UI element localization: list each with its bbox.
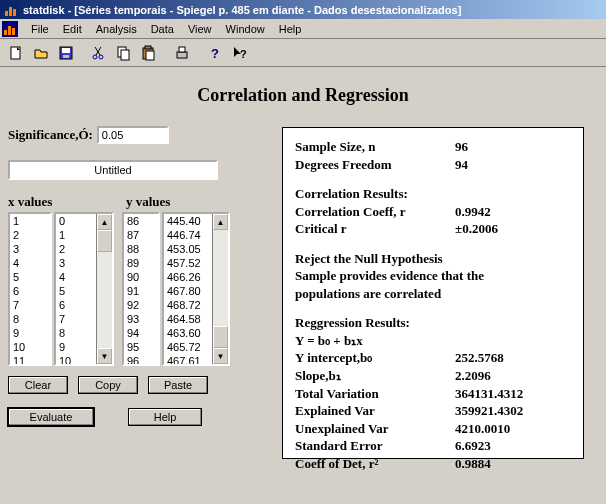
- list-item[interactable]: 87: [124, 228, 158, 242]
- list-item[interactable]: 96: [124, 354, 158, 366]
- list-item[interactable]: 89: [124, 256, 158, 270]
- svg-rect-11: [177, 52, 187, 58]
- svg-rect-9: [146, 51, 154, 60]
- list-item[interactable]: 445.40: [164, 214, 212, 228]
- toolbar: ? ?: [0, 39, 606, 67]
- clear-button[interactable]: Clear: [8, 376, 68, 394]
- list-item[interactable]: 467.80: [164, 284, 212, 298]
- list-item[interactable]: 8: [10, 312, 50, 326]
- menu-edit[interactable]: Edit: [56, 21, 89, 37]
- list-item[interactable]: 466.26: [164, 270, 212, 284]
- print-icon[interactable]: [170, 42, 193, 64]
- whatsthis-icon[interactable]: ?: [228, 42, 251, 64]
- scroll-up-icon[interactable]: ▲: [97, 214, 112, 230]
- list-item[interactable]: 91: [124, 284, 158, 298]
- svg-rect-3: [63, 55, 69, 58]
- list-item[interactable]: 8: [56, 326, 96, 340]
- dataset-name-text: Untitled: [94, 164, 131, 176]
- totvar-value: 364131.4312: [455, 385, 523, 403]
- crit-r-label: Critical r: [295, 220, 455, 238]
- copy-button[interactable]: Copy: [78, 376, 138, 394]
- list-item[interactable]: 95: [124, 340, 158, 354]
- scroll-up-icon[interactable]: ▲: [213, 214, 228, 230]
- df-value: 94: [455, 156, 468, 174]
- df-label: Degrees Freedom: [295, 156, 455, 174]
- menu-view[interactable]: View: [181, 21, 219, 37]
- svg-rect-7: [121, 50, 129, 60]
- list-item[interactable]: 9: [10, 326, 50, 340]
- list-item[interactable]: 7: [10, 298, 50, 312]
- x-values-header: x values: [8, 194, 102, 210]
- evidence-text-1: Sample provides evidence that the: [295, 267, 571, 285]
- scroll-thumb[interactable]: [97, 230, 112, 252]
- list-item[interactable]: 4: [56, 270, 96, 284]
- help-button[interactable]: Help: [128, 408, 202, 426]
- menu-data[interactable]: Data: [144, 21, 181, 37]
- y-index-list[interactable]: 8687888990919293949596: [122, 212, 160, 366]
- new-icon[interactable]: [4, 42, 27, 64]
- significance-input[interactable]: [97, 126, 169, 144]
- list-item[interactable]: 6: [10, 284, 50, 298]
- menu-analysis[interactable]: Analysis: [89, 21, 144, 37]
- list-item[interactable]: 5: [10, 270, 50, 284]
- dataset-name-field[interactable]: Untitled: [8, 160, 218, 180]
- paste-button[interactable]: Paste: [148, 376, 208, 394]
- svg-text:?: ?: [211, 46, 219, 61]
- list-item[interactable]: 465.72: [164, 340, 212, 354]
- list-item[interactable]: 463.60: [164, 326, 212, 340]
- list-item[interactable]: 10: [10, 340, 50, 354]
- expvar-label: Explained Var: [295, 402, 455, 420]
- svg-rect-2: [62, 48, 70, 53]
- list-item[interactable]: 6: [56, 298, 96, 312]
- list-item[interactable]: 0: [56, 214, 96, 228]
- list-item[interactable]: 3: [56, 256, 96, 270]
- y-values-list[interactable]: 445.40446.74453.05457.52466.26467.80468.…: [162, 212, 230, 366]
- menu-help[interactable]: Help: [272, 21, 309, 37]
- list-item[interactable]: 92: [124, 298, 158, 312]
- scroll-thumb[interactable]: [213, 326, 228, 348]
- list-item[interactable]: 3: [10, 242, 50, 256]
- list-item[interactable]: 7: [56, 312, 96, 326]
- list-item[interactable]: 468.72: [164, 298, 212, 312]
- scroll-down-icon[interactable]: ▼: [213, 348, 228, 364]
- paste-icon[interactable]: [137, 42, 160, 64]
- list-item[interactable]: 86: [124, 214, 158, 228]
- cut-icon[interactable]: [87, 42, 110, 64]
- slope-label: Slope,b₁: [295, 367, 455, 385]
- list-item[interactable]: 464.58: [164, 312, 212, 326]
- scroll-down-icon[interactable]: ▼: [97, 348, 112, 364]
- menu-file[interactable]: File: [24, 21, 56, 37]
- coefdet-value: 0.9884: [455, 455, 491, 473]
- list-item[interactable]: 9: [56, 340, 96, 354]
- slope-value: 2.2096: [455, 367, 491, 385]
- help-icon[interactable]: ?: [203, 42, 226, 64]
- list-item[interactable]: 90: [124, 270, 158, 284]
- list-item[interactable]: 11: [10, 354, 50, 366]
- list-item[interactable]: 1: [10, 214, 50, 228]
- list-item[interactable]: 4: [10, 256, 50, 270]
- scrollbar[interactable]: ▲ ▼: [96, 214, 112, 364]
- copy-icon[interactable]: [112, 42, 135, 64]
- list-item[interactable]: 453.05: [164, 242, 212, 256]
- save-icon[interactable]: [54, 42, 77, 64]
- list-item[interactable]: 10: [56, 354, 96, 366]
- scrollbar[interactable]: ▲ ▼: [212, 214, 228, 364]
- app-icon: [3, 2, 19, 18]
- list-item[interactable]: 2: [10, 228, 50, 242]
- list-item[interactable]: 5: [56, 284, 96, 298]
- list-item[interactable]: 457.52: [164, 256, 212, 270]
- menu-window[interactable]: Window: [219, 21, 272, 37]
- list-item[interactable]: 93: [124, 312, 158, 326]
- totvar-label: Total Variation: [295, 385, 455, 403]
- open-icon[interactable]: [29, 42, 52, 64]
- x-values-list[interactable]: 012345678910 ▲ ▼: [54, 212, 114, 366]
- list-item[interactable]: 88: [124, 242, 158, 256]
- list-item[interactable]: 446.74: [164, 228, 212, 242]
- evaluate-button[interactable]: Evaluate: [8, 408, 94, 426]
- list-item[interactable]: 2: [56, 242, 96, 256]
- menubar: File Edit Analysis Data View Window Help: [0, 19, 606, 39]
- x-index-list[interactable]: 1234567891011: [8, 212, 52, 366]
- list-item[interactable]: 467.61: [164, 354, 212, 366]
- list-item[interactable]: 94: [124, 326, 158, 340]
- list-item[interactable]: 1: [56, 228, 96, 242]
